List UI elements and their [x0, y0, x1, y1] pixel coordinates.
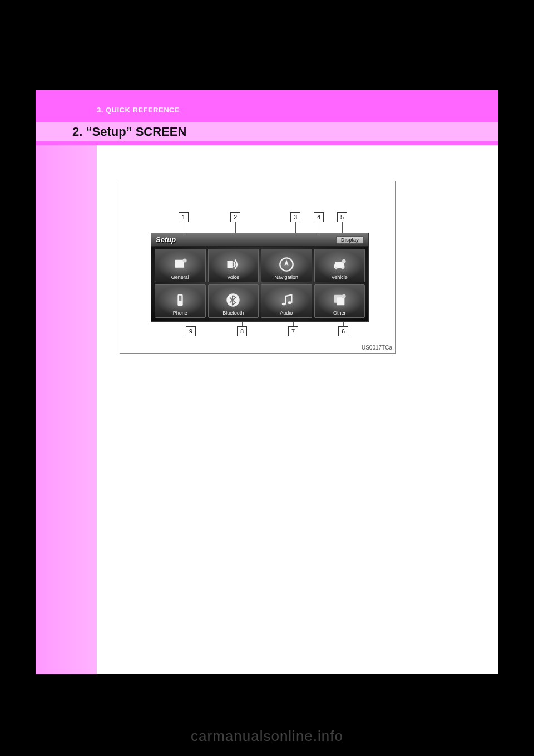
svg-point-5 [335, 267, 338, 270]
tile-label: Other [315, 310, 365, 316]
svg-rect-0 [175, 260, 184, 268]
callout-4: 4 [314, 212, 324, 222]
svg-point-1 [182, 259, 186, 263]
tile-label: Phone [155, 310, 205, 316]
chapter-heading: 3. QUICK REFERENCE [97, 106, 180, 114]
tile-general[interactable]: General [155, 249, 206, 282]
side-stripe [36, 90, 97, 674]
tile-label: Navigation [261, 274, 312, 280]
figure: 1 2 3 4 5 6 7 8 9 Setup Display General [120, 181, 396, 354]
svg-rect-2 [228, 261, 233, 268]
callout-5: 5 [337, 212, 347, 222]
tile-label: General [155, 274, 205, 280]
other-icon [332, 292, 347, 310]
section-title-bar: 2. “Setup” SCREEN [36, 122, 498, 141]
display-button[interactable]: Display [336, 236, 364, 244]
callout-2: 2 [230, 212, 240, 222]
tile-label: Voice [209, 274, 259, 280]
audio-icon [279, 292, 294, 310]
screen-title: Setup [156, 235, 176, 244]
svg-rect-9 [179, 296, 181, 301]
callout-7: 7 [288, 326, 298, 336]
callout-1: 1 [179, 212, 189, 222]
page-body [36, 90, 498, 674]
tile-other[interactable]: Other [314, 284, 365, 318]
general-icon [172, 257, 188, 274]
bluetooth-icon [225, 292, 241, 310]
vehicle-icon [332, 257, 347, 274]
tile-audio[interactable]: Audio [261, 284, 312, 318]
tile-phone[interactable]: Phone [155, 284, 206, 318]
tile-navigation[interactable]: Navigation [261, 249, 312, 282]
svg-point-7 [342, 259, 346, 263]
callout-9: 9 [186, 326, 196, 336]
tile-vehicle[interactable]: Vehicle [314, 249, 365, 282]
tile-label: Audio [261, 310, 312, 316]
tile-label: Bluetooth [209, 310, 259, 316]
svg-point-6 [342, 267, 344, 270]
callout-8: 8 [237, 326, 247, 336]
navigation-icon [279, 257, 294, 274]
callout-6: 6 [338, 326, 348, 336]
screen-header: Setup Display [151, 233, 368, 247]
svg-point-15 [342, 294, 346, 298]
setup-screen: Setup Display General Voice [151, 233, 369, 322]
phone-icon [172, 292, 188, 310]
tile-label: Vehicle [315, 274, 365, 280]
setup-grid: General Voice Navigation [155, 249, 365, 318]
callout-3: 3 [290, 212, 300, 222]
watermark: carmanualsonline.info [0, 728, 534, 745]
svg-marker-4 [284, 259, 288, 266]
figure-code: US0017TCa [362, 345, 392, 351]
section-title: 2. “Setup” SCREEN [72, 125, 186, 139]
tile-voice[interactable]: Voice [208, 249, 259, 282]
svg-rect-14 [337, 297, 345, 305]
tile-bluetooth[interactable]: Bluetooth [208, 284, 259, 318]
voice-icon [225, 257, 241, 274]
